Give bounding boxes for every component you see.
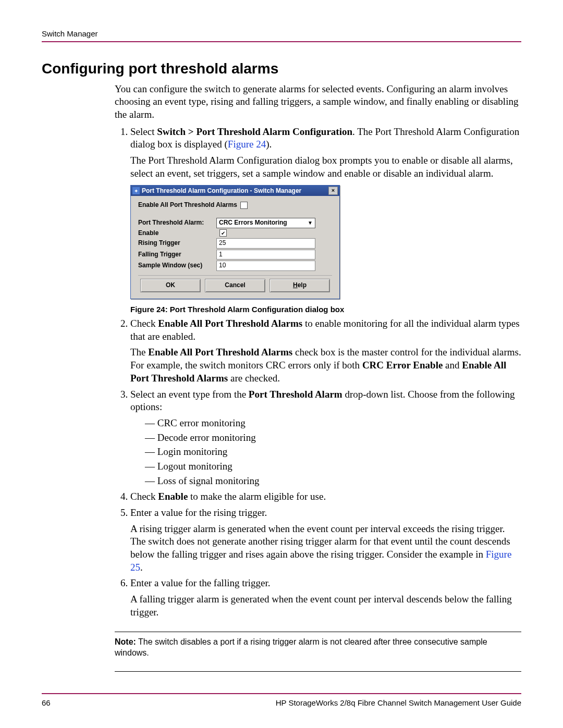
note-text: The switch disables a port if a rising t… [115, 637, 487, 658]
opt-loss: Loss of signal monitoring [145, 475, 521, 488]
step-6: Enter a value for the falling trigger. A… [130, 577, 521, 619]
sample-window-input[interactable]: 10 [216, 261, 315, 271]
event-type-options: CRC error monitoring Decode error monito… [130, 417, 521, 487]
falling-trigger-label: Falling Trigger [138, 251, 216, 259]
opt-login: Login monitoring [145, 446, 521, 459]
alarm-type-value: CRC Errors Monitoring [219, 219, 287, 227]
help-button[interactable]: Help [270, 279, 330, 292]
falling-trigger-input[interactable]: 1 [216, 250, 315, 260]
dialog-titlebar: ✦ Port Threshold Alarm Configuration - S… [131, 186, 339, 196]
close-icon[interactable]: × [328, 187, 338, 195]
opt-crc: CRC error monitoring [145, 417, 521, 430]
sample-window-label: Sample Window (sec) [138, 262, 216, 270]
rising-trigger-label: Rising Trigger [138, 239, 216, 248]
port-threshold-dialog: ✦ Port Threshold Alarm Configuration - S… [130, 185, 340, 299]
enable-all-label: Enable All Port Threshold Alarms [138, 201, 237, 209]
alarm-type-label: Port Threshold Alarm: [138, 219, 216, 227]
intro-paragraph: You can configure the switch to generate… [115, 83, 521, 121]
footer-rule [42, 693, 521, 694]
note-rule-bottom [115, 671, 521, 672]
header-rule [42, 41, 521, 42]
step-3: Select an event type from the Port Thres… [130, 388, 521, 488]
step-1-text-a: Select [130, 126, 157, 137]
figure-24-link[interactable]: Figure 24 [228, 139, 266, 150]
step-1-bold: Switch > Port Threshold Alarm Configurat… [157, 126, 352, 137]
step-3-a: Select an event type from the [130, 389, 249, 400]
rising-trigger-input[interactable]: 25 [216, 238, 315, 249]
step-2: Check Enable All Port Threshold Alarms t… [130, 317, 521, 385]
dialog-title: Port Threshold Alarm Configuration - Swi… [142, 187, 328, 195]
ok-button[interactable]: OK [140, 279, 201, 292]
step-5-after: A rising trigger alarm is generated when… [130, 523, 521, 574]
app-icon: ✦ [132, 187, 140, 194]
note-label: Note: [115, 637, 136, 646]
page-title: Configuring port threshold alarms [42, 60, 521, 78]
doc-title: HP StorageWorks 2/8q Fibre Channel Switc… [276, 698, 521, 707]
enable-label: Enable [138, 229, 216, 238]
running-head: Switch Manager [42, 29, 521, 38]
opt-decode: Decode error monitoring [145, 431, 521, 445]
step-5: Enter a value for the rising trigger. A … [130, 507, 521, 574]
enable-checkbox[interactable]: ✔ [219, 229, 227, 237]
page-footer: 66 HP StorageWorks 2/8q Fibre Channel Sw… [42, 683, 521, 707]
cancel-button[interactable]: Cancel [205, 279, 265, 292]
step-1-after: The Port Threshold Alarm Configuration d… [130, 154, 521, 180]
step-2-a: Check [130, 318, 158, 329]
step-1-text-d: ). [266, 139, 272, 150]
figure-24-caption: Figure 24: Port Threshold Alarm Configur… [130, 304, 521, 315]
page-number: 66 [42, 698, 51, 707]
note-rule-top [115, 632, 521, 632]
step-3-b: Port Threshold Alarm [249, 389, 342, 400]
step-2-after: The Enable All Port Threshold Alarms che… [130, 346, 521, 385]
note-block: Note: The switch disables a port if a ri… [115, 636, 521, 659]
step-6-after: A falling trigger alarm is generated whe… [130, 593, 521, 619]
chevron-down-icon: ▼ [308, 219, 313, 226]
opt-logout: Logout monitoring [145, 460, 521, 473]
enable-all-checkbox[interactable] [240, 202, 248, 209]
alarm-type-select[interactable]: CRC Errors Monitoring ▼ [216, 218, 315, 228]
step-4: Check Enable to make the alarm eligible … [130, 490, 521, 503]
step-2-b: Enable All Port Threshold Alarms [158, 318, 302, 329]
step-1: Select Switch > Port Threshold Alarm Con… [130, 126, 521, 314]
